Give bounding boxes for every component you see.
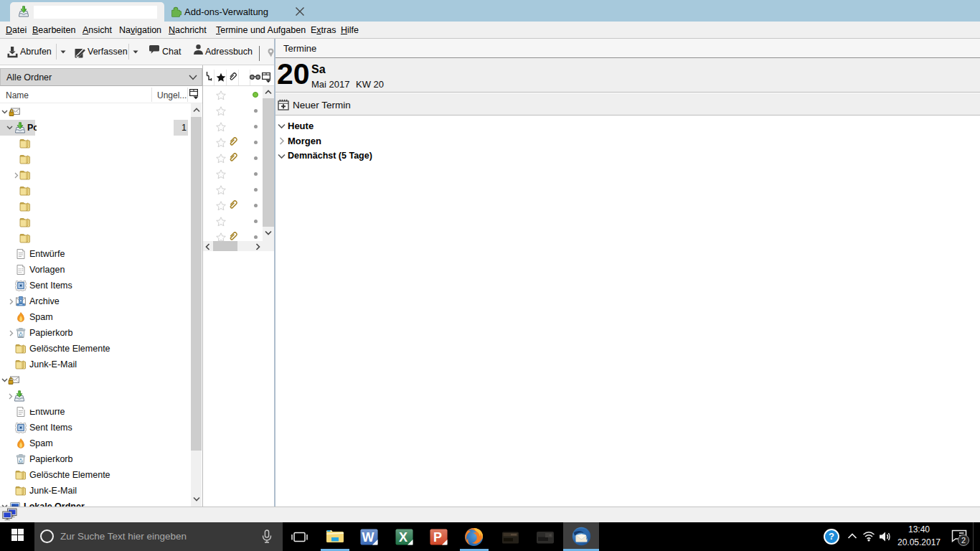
svg-text:X: X: [399, 530, 407, 545]
svg-text:W: W: [362, 530, 374, 545]
svg-text:P: P: [433, 530, 442, 545]
